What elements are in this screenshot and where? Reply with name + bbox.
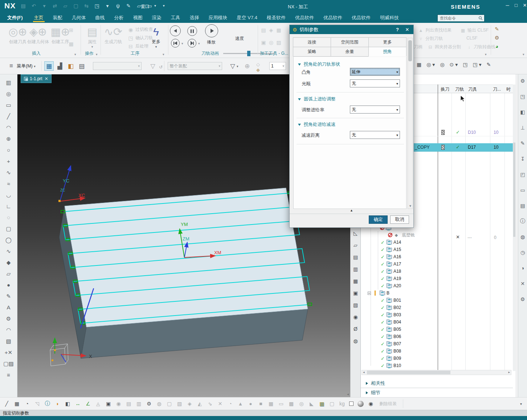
tab-file[interactable]: 文件(F): [0, 13, 29, 23]
circle-caret-icon[interactable]: ⊙ ▾: [450, 61, 458, 68]
color-ruler-icon[interactable]: ▤: [319, 401, 325, 407]
tree-row-program-group[interactable]: B08: [361, 347, 513, 355]
assembly-scope-combobox[interactable]: 整个装配▾: [168, 62, 222, 70]
part-tab[interactable]: 1-1.prt ✕: [21, 74, 52, 83]
smoothing-dropdown[interactable]: 无: [350, 79, 400, 87]
section-dependencies[interactable]: 相关性: [361, 379, 513, 388]
snapshot-icon[interactable]: ◳: [94, 3, 100, 9]
tab-xingkong[interactable]: 星空 V7.4: [232, 13, 262, 23]
tab-assembly[interactable]: 装配: [48, 13, 67, 23]
tab-connection[interactable]: 连接: [293, 37, 331, 47]
wedge-icon[interactable]: ◣: [309, 401, 315, 407]
save-icon[interactable]: ▤: [20, 3, 26, 9]
save-csys-icon[interactable]: ▣: [105, 401, 111, 407]
sphere-display-icon[interactable]: ◍: [352, 337, 359, 345]
tab-youpin-1[interactable]: 优品软件: [290, 13, 319, 23]
rect-hatch-icon[interactable]: ▢▨: [5, 360, 12, 367]
link-icon[interactable]: ⇆: [83, 3, 89, 9]
brush-icon[interactable]: ✎: [494, 26, 500, 32]
ruler-plain-icon[interactable]: ▭: [278, 401, 284, 407]
create-method-button[interactable]: ▦: [68, 41, 74, 47]
ellipse-icon[interactable]: ◯: [5, 236, 12, 244]
sketch-icon[interactable]: ✎: [519, 140, 526, 147]
tab-mingwei[interactable]: 明威科技: [375, 13, 404, 23]
hscroll-thumb[interactable]: [367, 371, 450, 374]
close-button[interactable]: ✕: [521, 3, 527, 8]
rotate-ref-icon[interactable]: ◬: [95, 401, 101, 407]
datum-icon[interactable]: ⊕: [5, 135, 12, 143]
microphone-icon[interactable]: ψ: [115, 3, 121, 9]
tree-row-program-group[interactable]: A14: [361, 239, 513, 246]
group-insert-caret[interactable]: ▾: [74, 53, 76, 56]
filter-list-caret[interactable]: ▾: [237, 65, 238, 68]
convex-corner-dropdown[interactable]: 延伸: [350, 68, 400, 76]
command-search-box[interactable]: [437, 15, 485, 22]
group-operation-caret[interactable]: ▾: [163, 53, 164, 56]
sheet-icon[interactable]: ▥: [352, 265, 359, 273]
layer-copy-icon[interactable]: ▤: [126, 401, 132, 407]
trim-extend-icon[interactable]: +✕: [5, 349, 12, 356]
column-tool-change[interactable]: 换刀: [441, 86, 449, 92]
tree-row-program-group[interactable]: B01: [361, 297, 513, 304]
column-tool2[interactable]: 刀...: [493, 86, 501, 92]
dialog-titlebar[interactable]: ⚙ 切削参数 ? ✕: [290, 25, 413, 34]
grid-view-icon[interactable]: ▦: [417, 61, 421, 68]
machine-seat-icon[interactable]: ◧: [519, 108, 526, 115]
bound-box-icon[interactable]: ▢: [329, 401, 335, 407]
extrude-icon[interactable]: ▭: [5, 101, 12, 109]
tree-row-program-group[interactable]: B10: [361, 362, 513, 369]
save-state-icon[interactable]: ▣: [352, 289, 359, 297]
spline-icon[interactable]: ∿: [5, 169, 12, 176]
layers-icon[interactable]: ▤: [519, 202, 526, 209]
shade-icon[interactable]: ▧: [352, 301, 359, 309]
block-dim-icon[interactable]: ▩: [288, 401, 294, 407]
settings-gear-icon[interactable]: ⚙: [519, 77, 526, 84]
tree-row-group-b[interactable]: B: [361, 289, 513, 297]
speed-slider-handle[interactable]: [247, 51, 250, 56]
tree-row-program-group[interactable]: A19: [361, 275, 513, 282]
skip-end-button[interactable]: [188, 39, 196, 48]
touch-pen-icon[interactable]: ✎: [126, 3, 131, 9]
right-group-caret-2[interactable]: ▾: [523, 53, 524, 56]
share-icon[interactable]: ⇄: [52, 3, 58, 9]
dialog-scrollbar[interactable]: ▼: [408, 38, 413, 209]
hide-eye-icon[interactable]: Ø: [352, 325, 359, 333]
tab-view[interactable]: 视图: [128, 13, 147, 23]
tree-row-program-group[interactable]: B09: [361, 355, 513, 362]
split-by-holder-button[interactable]: ⊟因夹持器分割: [428, 44, 461, 50]
shaded-ball-icon[interactable]: [358, 401, 364, 407]
layer-settings-icon[interactable]: ⚙: [146, 401, 152, 407]
pen-icon[interactable]: ✎: [5, 292, 12, 300]
block-icon[interactable]: ▧: [5, 337, 12, 345]
display-checkbox[interactable]: [349, 402, 354, 406]
tab-render[interactable]: 渲染: [147, 13, 166, 23]
image-frame-icon[interactable]: ▢: [166, 401, 172, 407]
wire-sphere-icon[interactable]: ◔: [227, 401, 233, 407]
maximize-button[interactable]: □: [512, 3, 520, 8]
box-corner-icon[interactable]: ◰: [519, 171, 526, 178]
range-combobox[interactable]: 1▾: [269, 62, 286, 70]
revolve-icon[interactable]: ◎: [5, 90, 12, 98]
tab-more[interactable]: 更多: [368, 37, 407, 47]
output-clsf-button[interactable]: ▦输出 CLSF: [460, 27, 489, 33]
export-view-icon[interactable]: ◹: [34, 401, 40, 407]
section-feed-on-arcs[interactable]: 圆弧上进给调整: [298, 96, 336, 102]
minimize-button[interactable]: ─: [504, 3, 511, 8]
clipboard-icon[interactable]: ▥: [5, 79, 12, 86]
skip-end-caret[interactable]: ▾: [198, 42, 200, 45]
tab-youpin-2[interactable]: 优品软件: [319, 13, 347, 23]
cylinder-icon[interactable]: ◎: [440, 61, 444, 68]
arc2-icon[interactable]: ◠: [5, 326, 12, 334]
shape-diamond-icon[interactable]: ◈: [187, 401, 193, 407]
grid-icon[interactable]: ▦: [352, 277, 359, 285]
group-operations-caret[interactable]: ▾: [96, 53, 98, 56]
tab-strategy[interactable]: 策略: [293, 47, 331, 57]
tab-select[interactable]: 选择: [185, 13, 204, 23]
tab-analysis[interactable]: 分析: [110, 13, 128, 23]
tree-row-program-group[interactable]: A16: [361, 253, 513, 260]
geometry-view-button[interactable]: ▦: [44, 61, 54, 71]
part-tab-close-icon[interactable]: ✕: [45, 76, 48, 81]
wrench-tool-icon[interactable]: ⚙: [494, 34, 500, 41]
protractor-board-icon[interactable]: ◔: [24, 401, 30, 407]
skip-start-button[interactable]: [171, 39, 180, 48]
